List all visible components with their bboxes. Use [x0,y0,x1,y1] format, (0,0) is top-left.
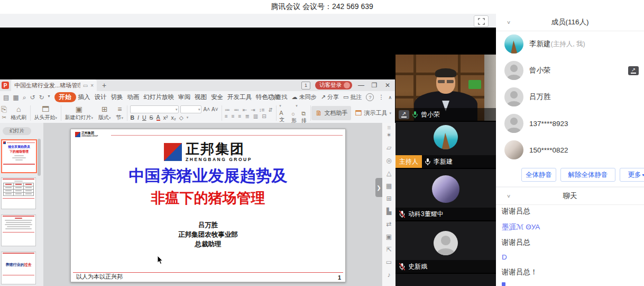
more-button[interactable]: 更多▾ [620,168,644,182]
ribbon-tab-review[interactable]: 审阅 [176,93,192,101]
target-tool-icon[interactable]: ◎ [382,157,395,164]
align-right-icon[interactable]: ≡ [238,114,242,119]
find-button[interactable]: 查找 [269,93,288,101]
slide-thumbnail-2[interactable] [1,177,36,209]
layout-tool-icon[interactable]: ⊞ [382,195,395,202]
slides-tab[interactable]: 幻灯片 [3,127,31,135]
align-left-icon[interactable]: ≡ [225,114,228,119]
member-row[interactable]: 李新建 (主持人, 我) [496,31,644,57]
insert-picture-button[interactable]: ▣ 图片▾ [279,103,291,108]
export-tool-icon[interactable]: ⇱ [382,246,395,253]
justify-icon[interactable]: ≣ [245,114,249,119]
shape-tool-icon[interactable]: ▱ [382,144,395,151]
more-menu-icon[interactable]: ⋮ [378,94,384,101]
chevron-down-icon[interactable]: ∨ [507,193,511,199]
sync-status[interactable]: ☁ 未同步 [292,93,317,101]
undo-icon[interactable]: ↺ [30,94,35,101]
line-spacing-icon[interactable]: ↕≡ [259,108,265,112]
quick-access-more-icon[interactable]: ▾ [48,94,50,101]
ribbon-tab-design[interactable]: 设计 [93,93,109,101]
ribbon-tab-security[interactable]: 安全 [209,93,225,101]
text-direction-icon[interactable]: ⇵ [269,108,273,112]
thumbnails-scrollbar[interactable] [38,139,41,176]
collapse-ribbon-icon[interactable]: ∧ [388,95,392,100]
italic-button[interactable]: I [137,114,139,121]
redo-icon[interactable]: ↻ [39,94,44,101]
document-tab[interactable]: 中国生猪行业发...猪场管理2.0 ▭ × [11,79,97,91]
decrease-font-icon[interactable]: A˅ [211,106,218,112]
ribbon-tab-home[interactable]: 开始 [54,92,76,102]
member-row[interactable]: 150****0822 [496,137,644,163]
ribbon-tab-animation[interactable]: 动画 [125,93,142,101]
member-row[interactable]: 吕万胜 [496,84,644,110]
video-tile-zengxiaorong[interactable]: ↗ 曾小荣 [395,55,496,121]
indent-increase-icon[interactable]: ⇥ [251,108,255,112]
font-size-select[interactable]: ▾ [180,105,201,113]
image-tool-icon[interactable]: ▣ [382,233,395,240]
rail-expand-handle[interactable]: ❯ [375,178,382,197]
ribbon-tab-insert[interactable]: 插入 [76,93,93,101]
new-tab-button[interactable]: + [102,81,106,90]
underline-button[interactable]: U [142,114,146,121]
ribbon-tab-developer[interactable]: 开发工具 [225,93,254,101]
chevron-down-icon[interactable]: ∨ [507,20,511,25]
mute-all-button[interactable]: 全体静音 [521,168,556,182]
member-row[interactable]: 137****8923 [496,110,644,137]
minimize-button[interactable]: — [357,82,365,89]
video-tile-lixinjian[interactable]: 主持人 李新建 [395,122,496,168]
audio-tool-icon[interactable]: ♪ [382,271,395,279]
preview-icon[interactable]: ⌕ [23,94,26,101]
subscript-button[interactable]: x₂ [171,114,176,121]
smart-beautify-icon[interactable]: ✶ [382,131,395,139]
format-painter-button[interactable]: ⌂ 格式刷 [8,103,29,123]
strikethrough-button[interactable]: S [150,114,153,121]
layout-button[interactable]: ⊞ 版式▾ [96,103,114,123]
restore-button[interactable]: ❐ [370,82,379,89]
pyramid-tool-icon[interactable]: △ [382,169,395,177]
increase-font-icon[interactable]: A˄ [203,106,210,112]
align-center-icon[interactable]: ≡ [232,114,235,119]
align-objects-icon[interactable]: ⊟ [262,114,266,119]
comment-button[interactable]: ▭ 批注 [343,93,362,101]
current-slide[interactable]: 正邦集团ZHENGBANG GROUP 正邦集团 ZHENGBANG GROUP… [70,129,346,282]
video-tile-shixine[interactable]: 史新娥 [395,221,496,273]
new-slide-button[interactable]: ▣ 新建幻灯片▾ [62,103,96,123]
ribbon-tab-transition[interactable]: 切换 [109,93,125,101]
print-icon[interactable]: ▦ [13,94,19,101]
unmute-all-button[interactable]: 解除全体静音 [560,168,615,182]
section-button[interactable]: ≡ 节▾ [114,103,126,123]
slide-thumbnail-1[interactable]: 猪业发展趋势及 下的猪场管理 [1,139,37,173]
columns-icon[interactable]: ▥ [253,114,258,119]
doc-assistant-button[interactable]: 🗎 文档助手 [311,106,351,120]
ribbon-tab-slideshow[interactable]: 幻灯片放映 [142,93,177,101]
share-button[interactable]: ↗ 分享 [321,93,339,101]
indent-decrease-icon[interactable]: ⇤ [243,108,247,112]
video-tile-dongyaozhong[interactable]: 动科3董耀中 [395,169,496,220]
paste-button[interactable]: ⎘ ✂ [0,103,8,123]
shape-button[interactable]: ○ 形状▾ [291,111,297,124]
play-from-start-button[interactable]: 🗖 从头开始▾ [32,103,60,123]
ribbon-tab-view[interactable]: 视图 [192,93,209,101]
textbox-button[interactable]: A 文本框▾ [279,110,287,123]
bullets-icon[interactable]: ≔ [225,108,230,112]
textbox-tool-icon[interactable]: ▭ [382,258,395,266]
text-effects-button[interactable]: ◇ [179,114,183,121]
video-tile-partial[interactable] [395,274,496,286]
tab-close-icon[interactable]: × [90,83,94,88]
fullscreen-button[interactable] [474,15,489,27]
font-color-button[interactable]: A [157,115,160,121]
chart-tool-icon[interactable]: ▙ [382,208,395,215]
numbering-icon[interactable]: ≕ [234,108,239,112]
slide-thumbnail-3[interactable] [1,215,36,246]
help-icon[interactable]: ? [366,93,374,101]
table-tool-icon[interactable]: ▦ [382,182,395,190]
save-icon[interactable]: ▤ [3,94,9,101]
tab-pin-icon[interactable]: ▭ [83,83,88,88]
bold-button[interactable]: B [130,114,134,121]
select-button[interactable]: ⬚ 选择▾ [296,103,307,108]
slide-thumbnail-4[interactable]: 养猪行业的过去 [1,252,36,284]
close-button[interactable]: ✕ [383,82,392,89]
arrange-button[interactable]: ⧉ 排列▾ [301,110,307,123]
guest-login-button[interactable]: 访客登录 [315,81,352,90]
superscript-button[interactable]: x² [163,114,168,121]
